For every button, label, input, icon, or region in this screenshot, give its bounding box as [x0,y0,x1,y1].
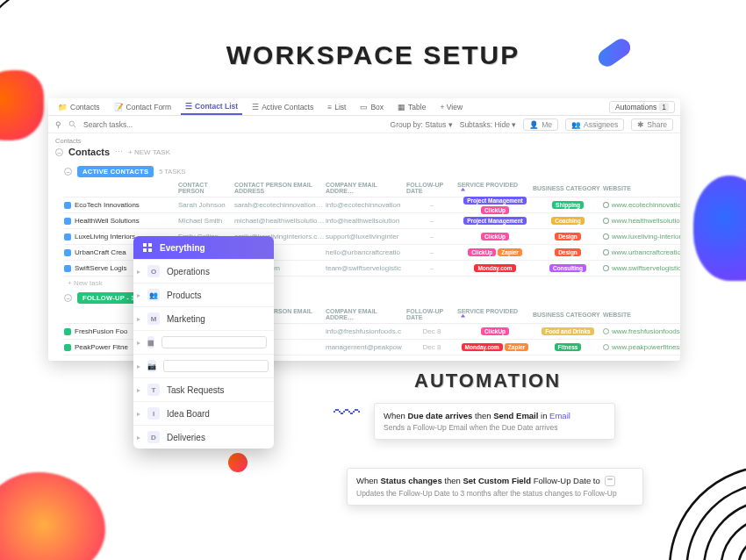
col-category[interactable]: BUSINESS CATEGORY [533,185,603,191]
group-count: 5 TASKS [159,168,185,176]
svg-rect-2 [143,243,147,247]
group-by-control[interactable]: Group by: Status ▾ [391,120,453,129]
cell-category[interactable]: Design [533,248,603,256]
tab-table[interactable]: ▦ Table [393,98,430,115]
tab-contacts[interactable]: 📁 Contacts [54,98,104,115]
space-name-input[interactable] [163,360,269,372]
cell-service[interactable]: Monday.comZapier [457,343,533,351]
switcher-item[interactable]: ▸ 👥 Products [133,283,274,306]
cell-service[interactable]: ClickUp [457,233,533,241]
tab-active-contacts[interactable]: ☰ Active Contacts [247,98,318,115]
cell-website[interactable]: www.luxeliving-interiors.com [603,233,680,241]
switcher-item[interactable]: ▸ D Deliveries [133,425,274,449]
cell-category[interactable]: Coaching [533,217,603,225]
automation-card-status-change[interactable]: When Status changes then Set Custom Fiel… [347,468,643,506]
cell-contact-person: Sarah Johnson [178,201,234,209]
automation-card-due-date[interactable]: When Due date arrives then Send Email in… [374,403,615,440]
space-name-input[interactable] [161,336,267,348]
col-website[interactable]: WEBSITE [603,185,680,191]
cell-service[interactable]: Project ManagementClickUp [457,197,533,214]
switcher-item[interactable]: ▸ T Task Requests [133,377,274,401]
switcher-everything[interactable]: Everything [133,236,274,259]
automation-description: Sends a Follow-Up Email when the Due Dat… [384,423,606,432]
svg-rect-4 [143,248,147,252]
view-tabs: 📁 Contacts 📝 Contact Form ☰ Contact List… [48,98,680,116]
cell-website[interactable]: www.urbancraftcreations.com [603,248,680,256]
cell-website[interactable]: www.ecotechinnovations.com [603,201,680,209]
me-button[interactable]: 👤 Me [523,118,558,131]
col-email[interactable]: CONTACT PERSON EMAIL ADDRESS [234,182,326,194]
col-company-email[interactable]: COMPANY EMAIL ADDRE… [326,308,406,320]
cell-service[interactable]: ClickUp [457,327,533,335]
switcher-item[interactable]: ▸ O Operations [133,259,274,283]
cell-website[interactable]: www.freshfusionfoods.com [603,327,680,335]
cell-category[interactable]: Shipping [533,201,603,209]
cell-service[interactable]: Project Management [457,217,533,225]
col-follow-up[interactable]: FOLLOW-UP DATE [406,182,457,194]
collapse-icon[interactable]: – [64,168,72,176]
switcher-item[interactable]: ▸ I Idea Board [133,401,274,425]
list-icon: ≡ [327,103,332,111]
sort-icon [460,188,466,194]
new-task-button[interactable]: + NEW TASK [128,148,170,156]
collapse-icon[interactable]: – [55,148,63,156]
tab-list[interactable]: ≡ List [323,98,350,115]
filter-icon[interactable]: ⚲ [55,120,61,129]
cell-category[interactable]: Design [533,233,603,241]
cell-category[interactable]: Fitness [533,343,603,351]
collapse-icon[interactable]: – [64,294,72,302]
cell-category[interactable]: Food and Drinks [533,327,603,335]
cell-company-email: management@peakpow [326,343,406,351]
task-name[interactable]: EcoTech Innovations [64,201,178,209]
status-square-icon [64,218,71,225]
chevron-right-icon: ▸ [137,315,140,323]
col-contact-person[interactable]: CONTACT PERSON [178,182,234,194]
automation-description: Updates the Follow-Up Date to 3 months a… [356,489,634,498]
table-row[interactable]: EcoTech Innovations Sarah Johnson sarah@… [64,197,680,213]
tab-label: Active Contacts [262,103,313,111]
status-square-icon [64,265,71,272]
table-row[interactable]: HealthWell Solutions Michael Smith micha… [64,213,680,229]
tab-box[interactable]: ▭ Box [355,98,388,115]
switcher-item[interactable]: ▸ M Marketing [133,306,274,330]
cell-follow-up: – [406,217,457,225]
subtasks-control[interactable]: Subtasks: Hide ▾ [460,120,517,129]
cell-service[interactable]: ClickUpZapier [457,248,533,256]
search-input[interactable] [83,120,177,129]
list-icon: ☰ [252,103,259,111]
space-label: Task Requests [167,385,225,395]
col-company-email[interactable]: COMPANY EMAIL ADDRE… [326,182,406,194]
tab-contact-form[interactable]: 📝 Contact Form [110,98,176,115]
status-square-icon [64,328,71,335]
col-follow-up[interactable]: FOLLOW-UP DATE [406,308,457,320]
cell-follow-up: Dec 8 [406,327,457,335]
assignees-button[interactable]: 👥 Assignees [565,118,624,131]
cell-category[interactable]: Consulting [533,264,603,272]
tab-contact-list[interactable]: ☰ Contact List [181,98,242,115]
decor-blob-r [693,176,746,281]
col-website[interactable]: WEBSITE [603,312,680,318]
list-options-icon[interactable]: ⋯ [115,147,123,156]
cell-website[interactable]: www.peakpowerfitness.com [603,343,680,351]
switcher-item[interactable]: ▸ 📷 [133,354,274,377]
share-button[interactable]: ✱ Share [631,118,673,131]
search-icon [68,120,76,128]
switcher-item[interactable]: ▸ ▦ [133,330,274,354]
col-category[interactable]: BUSINESS CATEGORY [533,312,603,318]
tab-add-view[interactable]: + View [435,98,467,115]
task-name[interactable]: HealthWell Solutions [64,217,178,225]
col-service[interactable]: SERVICE PROVIDED [457,308,533,320]
cell-company-email: support@luxelivinginter [326,233,406,241]
folder-icon: 📁 [58,103,68,111]
group-status-pill[interactable]: ACTIVE CONTACTS [77,166,154,177]
globe-icon [603,249,609,255]
tab-label: Contact List [195,102,238,111]
automations-button[interactable]: Automations 1 [609,101,675,113]
globe-icon [603,218,609,224]
cell-website[interactable]: www.healthwellsolutions.com [603,217,680,225]
col-service[interactable]: SERVICE PROVIDED [457,182,533,194]
cell-website[interactable]: www.swiftservelogistics.com [603,264,680,272]
cell-service[interactable]: Monday.com [457,264,533,272]
space-label: Marketing [167,314,205,324]
decor-lines-br [658,455,746,560]
